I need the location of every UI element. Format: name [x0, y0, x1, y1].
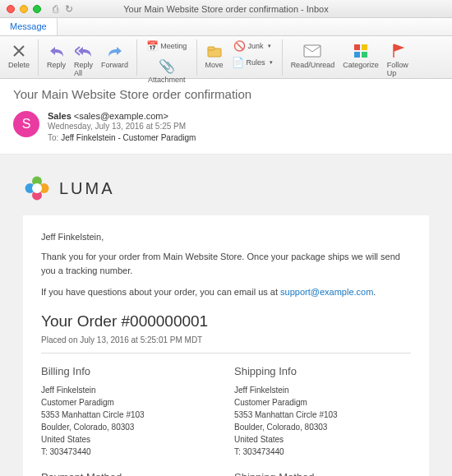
svg-point-11: [32, 183, 42, 193]
intro-paragraph: Thank you for your order from Main Websi…: [41, 250, 411, 277]
forward-button[interactable]: Forward: [98, 39, 131, 72]
chevron-down-icon: ▾: [270, 59, 273, 66]
attachment-icon: 📎: [158, 57, 176, 75]
zoom-icon[interactable]: [33, 5, 41, 13]
rules-button[interactable]: 📄Rules▾: [231, 56, 274, 69]
move-button[interactable]: Move: [202, 39, 227, 72]
follow-up-button[interactable]: Follow Up: [384, 39, 412, 80]
meeting-icon: 📅: [146, 40, 158, 52]
svg-rect-3: [354, 44, 360, 50]
email-date: Wednesday, July 13, 2016 at 5:25 PM: [48, 122, 196, 131]
sync-icon[interactable]: ↻: [65, 3, 73, 15]
delete-icon: [10, 42, 28, 60]
rules-icon: 📄: [233, 57, 244, 68]
junk-button[interactable]: 🚫Junk▾: [233, 39, 273, 53]
svg-rect-6: [362, 52, 367, 58]
svg-rect-2: [304, 45, 321, 57]
from-line: Sales <sales@example.com>: [48, 111, 196, 121]
support-email-link[interactable]: support@example.com: [280, 287, 373, 297]
to-value: Jeff Finkelstein - Customer Paradigm: [61, 133, 196, 142]
payment-method: Payment Method No Payment Information Re…: [41, 469, 218, 476]
greeting: Jeff Finkelstein,: [41, 232, 411, 242]
shipping-info: Shipping Info Jeff Finkelstein Customer …: [234, 363, 411, 459]
categorize-icon: [352, 42, 370, 60]
to-label: To:: [48, 133, 58, 142]
move-icon: [205, 42, 224, 60]
junk-icon: 🚫: [234, 40, 246, 52]
email-header: S Sales <sales@example.com> Wednesday, J…: [0, 106, 452, 155]
reply-icon: [48, 42, 66, 60]
avatar: S: [13, 111, 39, 137]
read-unread-button[interactable]: Read/Unread: [288, 39, 339, 72]
svg-rect-4: [362, 44, 367, 50]
attachment-button[interactable]: 📎 Attachment: [145, 54, 189, 86]
support-paragraph: If you have questions about your order, …: [41, 285, 411, 299]
delete-button[interactable]: Delete: [5, 39, 33, 72]
svg-rect-1: [208, 47, 214, 50]
svg-rect-5: [354, 52, 360, 58]
mail-icon: [303, 42, 321, 60]
tab-message[interactable]: Message: [0, 18, 58, 35]
print-icon[interactable]: ⎙: [53, 3, 58, 15]
reply-all-button[interactable]: Reply All: [71, 39, 96, 80]
ribbon-tabbar: Message: [0, 18, 452, 36]
email-body: LUMA Jeff Finkelstein, Thank you for you…: [0, 155, 452, 476]
email-subject: Your Main Website Store order confirmati…: [0, 79, 452, 106]
forward-icon: [106, 42, 124, 60]
brand-name: LUMA: [59, 179, 115, 198]
reply-button[interactable]: Reply: [44, 39, 69, 72]
luma-logo-icon: [23, 174, 51, 202]
minimize-icon[interactable]: [20, 5, 28, 13]
window-titlebar: ⎙ ↻ Your Main Website Store order confir…: [0, 0, 452, 18]
close-icon[interactable]: [7, 5, 15, 13]
flag-icon: [389, 42, 407, 60]
window-controls: [7, 5, 41, 13]
shipping-method: Shipping Method Flat Rate - Fixed: [234, 469, 411, 476]
order-heading: Your Order #000000001: [41, 312, 411, 330]
reply-all-icon: [75, 42, 93, 60]
brand-logo: LUMA: [23, 174, 429, 202]
categorize-button[interactable]: Categorize: [339, 39, 382, 72]
ribbon-toolbar: Delete Reply Reply All Forward 📅Meeting …: [0, 36, 452, 79]
meeting-button[interactable]: 📅Meeting: [145, 39, 188, 53]
chevron-down-icon: ▾: [268, 43, 271, 49]
order-placed-date: Placed on July 13, 2016 at 5:25:01 PM MD…: [41, 332, 411, 354]
order-card: Jeff Finkelstein, Thank you for your ord…: [23, 215, 429, 476]
billing-info: Billing Info Jeff Finkelstein Customer P…: [41, 363, 218, 459]
